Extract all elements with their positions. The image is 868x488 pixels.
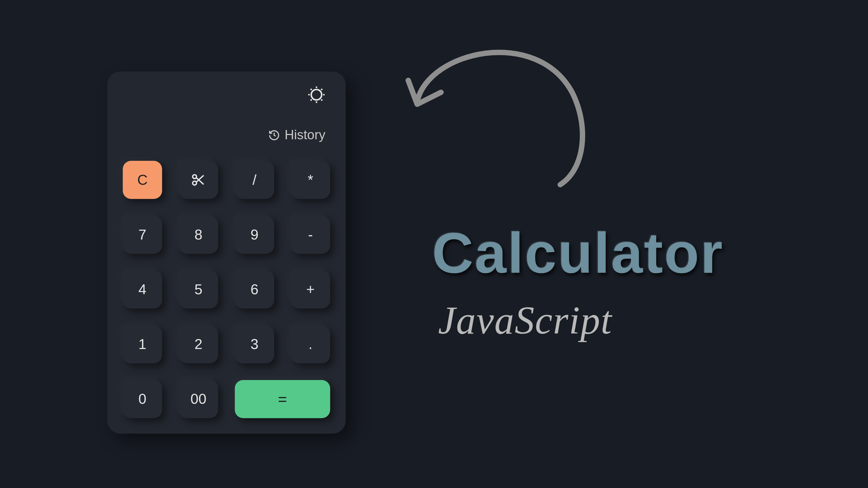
calc-top-bar — [123, 86, 330, 104]
two-button[interactable]: 2 — [179, 325, 218, 363]
zero-button[interactable]: 0 — [123, 380, 162, 418]
three-button[interactable]: 3 — [235, 325, 274, 363]
minus-button[interactable]: - — [291, 216, 330, 254]
multiply-button[interactable]: * — [291, 161, 330, 199]
calculator-panel: History C / * 7 8 9 - 4 5 6 + 1 — [107, 71, 345, 434]
four-button[interactable]: 4 — [123, 270, 162, 308]
svg-point-0 — [311, 90, 321, 100]
double-zero-button[interactable]: 00 — [179, 380, 218, 418]
history-button[interactable]: History — [123, 128, 330, 143]
nine-button[interactable]: 9 — [235, 216, 274, 254]
subtitle: JavaScript — [438, 298, 612, 343]
history-icon — [268, 129, 280, 141]
scissors-icon — [191, 172, 206, 188]
main-title: Calculator — [432, 220, 724, 286]
keypad: C / * 7 8 9 - 4 5 6 + 1 2 3 . — [123, 161, 330, 418]
six-button[interactable]: 6 — [235, 270, 274, 308]
gear-icon — [307, 86, 325, 104]
seven-button[interactable]: 7 — [123, 216, 162, 254]
plus-button[interactable]: + — [291, 270, 330, 308]
backspace-button[interactable] — [179, 161, 218, 199]
one-button[interactable]: 1 — [123, 325, 162, 363]
clear-button[interactable]: C — [123, 161, 162, 199]
history-label: History — [284, 128, 325, 143]
settings-button[interactable] — [307, 86, 325, 104]
equals-button[interactable]: = — [235, 380, 330, 418]
eight-button[interactable]: 8 — [179, 216, 218, 254]
five-button[interactable]: 5 — [179, 270, 218, 308]
curved-arrow-icon — [388, 33, 602, 199]
dot-button[interactable]: . — [291, 325, 330, 363]
divide-button[interactable]: / — [235, 161, 274, 199]
